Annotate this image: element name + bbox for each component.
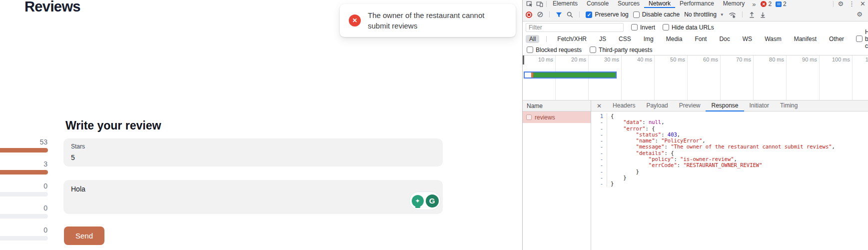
checkbox-unchecked-icon[interactable]: [631, 24, 638, 30]
request-rows: reviews: [523, 112, 591, 123]
rating-count: 53: [0, 138, 47, 146]
grammarly-widget[interactable]: ✦ G: [409, 192, 441, 210]
network-conditions-icon[interactable]: [729, 11, 736, 18]
code-text: }: [607, 174, 627, 180]
preserve-log-checkbox[interactable]: ✓ Preserve log: [586, 11, 628, 18]
close-devtools-icon[interactable]: ✕: [858, 0, 868, 8]
devtools-tab-elements[interactable]: Elements: [548, 0, 582, 8]
filter-input[interactable]: [526, 23, 624, 32]
chevron-down-icon: ▼: [720, 12, 724, 17]
type-pill-js[interactable]: JS: [596, 35, 610, 43]
ruler-handle[interactable]: [523, 56, 524, 64]
name-column-header[interactable]: Name: [523, 100, 591, 112]
rating-bar: [0, 236, 48, 240]
type-pill-fetch-xhr[interactable]: Fetch/XHR: [554, 35, 590, 43]
grammarly-logo-icon[interactable]: G: [426, 194, 439, 208]
type-pill-img[interactable]: Img: [640, 35, 657, 43]
invert-checkbox[interactable]: Invert: [631, 24, 655, 31]
line-gutter: -: [591, 180, 607, 186]
devtools-panel: ElementsConsoleSourcesNetworkPerformance…: [522, 0, 868, 250]
third-party-requests-checkbox[interactable]: Third-party requests: [590, 46, 652, 54]
divider: [742, 12, 743, 18]
grammarly-suggestion-icon[interactable]: ✦: [412, 195, 424, 207]
checkbox-checked-icon[interactable]: ✓: [586, 12, 592, 18]
network-settings-gear-icon[interactable]: ⚙: [854, 10, 865, 18]
inspect-element-icon[interactable]: [525, 0, 535, 8]
stars-field[interactable]: Stars 5: [63, 138, 443, 166]
devtools-tab-performance[interactable]: Performance: [675, 0, 719, 8]
more-tabs-icon[interactable]: »: [749, 0, 759, 8]
type-pill-css[interactable]: CSS: [615, 35, 635, 43]
code-line: - }: [591, 168, 868, 174]
code-text: "errCode": "RESTAURANT_OWNER_REVIEW": [607, 162, 762, 168]
line-gutter: -: [591, 174, 607, 180]
code-text: "details": {: [607, 150, 674, 156]
detail-tab-response[interactable]: Response: [706, 100, 744, 112]
clear-network-log-icon[interactable]: ⊘: [537, 10, 543, 18]
checkbox-unchecked-icon[interactable]: [527, 46, 533, 53]
checkbox-unchecked-icon[interactable]: [633, 12, 640, 18]
overview-selection-bar[interactable]: [524, 72, 617, 78]
device-toolbar-icon[interactable]: [535, 0, 545, 8]
overview-idle-segment: [525, 72, 531, 78]
devtools-tab-console[interactable]: Console: [582, 0, 613, 8]
menu-dots-icon[interactable]: ⋮: [846, 0, 858, 8]
close-detail-icon[interactable]: ✕: [591, 100, 607, 112]
has-blocked-cookies-checkbox[interactable]: Has blocked cookies: [856, 28, 868, 50]
hide-data-urls-checkbox[interactable]: Hide data URLs: [663, 24, 714, 31]
devtools-tab-network[interactable]: Network: [644, 0, 675, 8]
devtools-tabbar: ElementsConsoleSourcesNetworkPerformance…: [523, 0, 868, 8]
checkbox-unchecked-icon[interactable]: [590, 46, 596, 53]
line-gutter: -: [591, 138, 607, 144]
blocked-requests-checkbox[interactable]: Blocked requests: [527, 46, 582, 54]
console-message-badge[interactable]: 2: [774, 0, 789, 8]
page-title: Reviews: [24, 0, 80, 15]
type-pill-manifest[interactable]: Manifest: [791, 35, 820, 43]
export-har-icon[interactable]: [760, 12, 766, 18]
settings-gear-icon[interactable]: ⚙: [835, 0, 846, 8]
detail-tabs: ✕ HeadersPayloadPreviewResponseInitiator…: [591, 100, 868, 112]
request-row-reviews[interactable]: reviews: [523, 112, 591, 123]
type-pill-wasm[interactable]: Wasm: [761, 35, 785, 43]
detail-tab-timing[interactable]: Timing: [775, 100, 804, 112]
code-line: - "name": "PolicyError",: [591, 138, 868, 144]
send-button[interactable]: Send: [64, 226, 104, 245]
devtools-tab-memory[interactable]: Memory: [719, 0, 749, 8]
type-pill-doc[interactable]: Doc: [716, 35, 733, 43]
rating-count: 0: [0, 226, 47, 234]
type-pill-ws[interactable]: WS: [739, 35, 756, 43]
request-detail-panel: ✕ HeadersPayloadPreviewResponseInitiator…: [591, 100, 868, 250]
divider: [579, 12, 580, 18]
type-pills: AllFetch/XHRJSCSSImgMediaFontDocWSWasmMa…: [526, 35, 848, 43]
record-network-log-icon[interactable]: [526, 12, 532, 18]
stars-value: 5: [71, 154, 435, 162]
error-count-icon: ✕: [761, 1, 767, 7]
type-pill-media[interactable]: Media: [663, 35, 686, 43]
type-pill-all[interactable]: All: [526, 35, 539, 43]
type-pill-font[interactable]: Font: [691, 35, 710, 43]
checkbox-unchecked-icon[interactable]: [856, 36, 863, 42]
type-pill-other[interactable]: Other: [826, 35, 848, 43]
code-line: - "error": {: [591, 126, 868, 132]
detail-tab-payload[interactable]: Payload: [641, 100, 673, 112]
ruler-tick: 60 ms: [688, 56, 721, 100]
filter-funnel-icon[interactable]: [556, 12, 562, 18]
throttling-dropdown[interactable]: No throttling ▼: [684, 11, 724, 18]
code-text: "name": "PolicyError",: [607, 138, 706, 144]
import-har-icon[interactable]: [749, 12, 755, 18]
rating-bar: [0, 214, 48, 218]
console-error-badge[interactable]: ✕ 2: [759, 0, 774, 8]
detail-tab-preview[interactable]: Preview: [674, 100, 706, 112]
devtools-tab-sources[interactable]: Sources: [613, 0, 644, 8]
error-circle-icon: ✕: [349, 14, 361, 26]
search-icon[interactable]: [567, 12, 573, 18]
disable-cache-checkbox[interactable]: Disable cache: [633, 11, 680, 18]
review-textarea[interactable]: Hola ✦ G: [63, 180, 443, 214]
line-gutter: -: [591, 168, 607, 174]
rating-count: 0: [0, 204, 47, 212]
rating-bar: [0, 192, 48, 196]
code-line: - "message": "The owner of the restauran…: [591, 144, 868, 150]
detail-tab-headers[interactable]: Headers: [607, 100, 641, 112]
checkbox-unchecked-icon[interactable]: [663, 24, 669, 30]
detail-tab-initiator[interactable]: Initiator: [744, 100, 775, 112]
